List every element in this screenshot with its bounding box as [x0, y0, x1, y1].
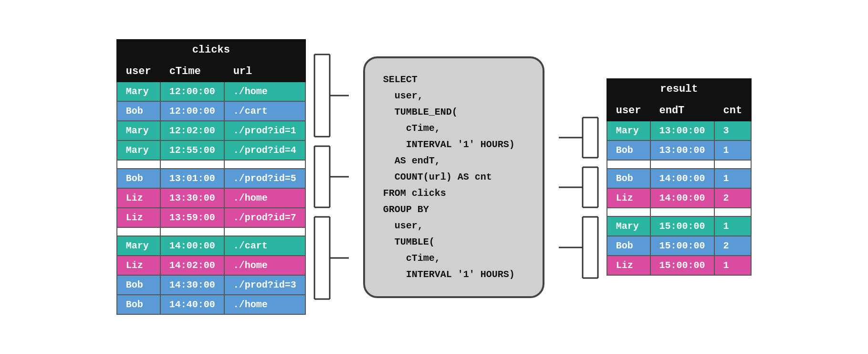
table-row: Liz14:00:002: [607, 188, 751, 208]
cell-user: Bob: [117, 169, 160, 188]
cell-cTime: 12:00:00: [160, 101, 224, 121]
table-row: Mary12:55:00./prod?id=4: [117, 140, 305, 160]
table-row: Bob15:00:002: [607, 236, 751, 256]
cell-user: Liz: [607, 256, 650, 275]
cell-url: ./cart: [224, 101, 305, 121]
col-header-user: user: [117, 61, 160, 82]
cell-cnt: 1: [714, 140, 752, 160]
col-header-cTime: cTime: [160, 61, 224, 82]
cell-user: Liz: [117, 256, 160, 275]
table-row: Mary13:00:003: [607, 121, 751, 140]
clicks-table: usercTimeurlMary12:00:00./homeBob12:00:0…: [116, 61, 306, 315]
cell-url: ./home: [224, 256, 305, 275]
cell-url: ./prod?id=1: [224, 121, 305, 140]
cell-url: ./prod?id=7: [224, 208, 305, 227]
cell-url: ./cart: [224, 236, 305, 256]
cell-user: Mary: [117, 236, 160, 256]
table-row: Liz14:02:00./home: [117, 256, 305, 275]
cell-user: Mary: [607, 216, 650, 236]
table-row: Mary14:00:00./cart: [117, 236, 305, 256]
cell-user: Mary: [607, 121, 650, 140]
table-row: Bob14:30:00./prod?id=3: [117, 275, 305, 295]
table-row: Bob13:00:001: [607, 140, 751, 160]
result-table: userendTcntMary13:00:003Bob13:00:001Bob1…: [607, 100, 752, 276]
left-table-wrapper: clicksusercTimeurlMary12:00:00./homeBob1…: [116, 39, 306, 315]
cell-endT: 15:00:00: [650, 256, 714, 275]
col-header-endT: endT: [650, 100, 714, 121]
cell-cTime: 13:59:00: [160, 208, 224, 227]
cell-user: Mary: [117, 82, 160, 101]
right-brackets: [559, 75, 602, 279]
right-table-wrapper: resultuserendTcntMary13:00:003Bob13:00:0…: [607, 78, 752, 276]
cell-cTime: 13:30:00: [160, 188, 224, 208]
cell-cnt: 1: [714, 256, 752, 275]
table-row: Bob12:00:00./cart: [117, 101, 305, 121]
table-row: Mary12:02:00./prod?id=1: [117, 121, 305, 140]
cell-user: Bob: [607, 236, 650, 256]
table-row: Liz13:59:00./prod?id=7: [117, 208, 305, 227]
cell-endT: 14:00:00: [650, 188, 714, 208]
cell-user: Liz: [117, 188, 160, 208]
table-row: Bob13:01:00./prod?id=5: [117, 169, 305, 188]
table-row: Bob14:40:00./home: [117, 295, 305, 314]
cell-cTime: 14:40:00: [160, 295, 224, 314]
cell-cnt: 2: [714, 188, 752, 208]
cell-user: Bob: [117, 101, 160, 121]
cell-user: Liz: [607, 188, 650, 208]
cell-url: ./prod?id=5: [224, 169, 305, 188]
cell-user: Bob: [607, 169, 650, 188]
cell-url: ./home: [224, 188, 305, 208]
cell-user: Liz: [117, 208, 160, 227]
left-bracket-svg: [311, 12, 349, 342]
cell-cTime: 12:55:00: [160, 140, 224, 160]
left-table-title: clicks: [116, 39, 306, 61]
cell-endT: 14:00:00: [650, 169, 714, 188]
cell-cnt: 3: [714, 121, 752, 140]
table-row: Mary15:00:001: [607, 216, 751, 236]
cell-cTime: 14:02:00: [160, 256, 224, 275]
cell-user: Bob: [117, 295, 160, 314]
col-header-cnt: cnt: [714, 100, 752, 121]
right-bracket-svg: [559, 75, 602, 279]
col-header-url: url: [224, 61, 305, 82]
cell-cnt: 2: [714, 236, 752, 256]
cell-cTime: 12:00:00: [160, 82, 224, 101]
table-row: Bob14:00:001: [607, 169, 751, 188]
cell-endT: 13:00:00: [650, 140, 714, 160]
cell-cTime: 14:30:00: [160, 275, 224, 295]
right-table-title: result: [607, 78, 752, 100]
cell-endT: 15:00:00: [650, 236, 714, 256]
left-brackets: [311, 12, 349, 342]
cell-endT: 15:00:00: [650, 216, 714, 236]
cell-user: Mary: [117, 121, 160, 140]
cell-url: ./home: [224, 295, 305, 314]
table-row: Liz13:30:00./home: [117, 188, 305, 208]
sql-box: SELECT user, TUMBLE_END( cTime, INTERVAL…: [363, 56, 544, 298]
cell-url: ./prod?id=4: [224, 140, 305, 160]
cell-url: ./prod?id=3: [224, 275, 305, 295]
cell-user: Mary: [117, 140, 160, 160]
table-row: Mary12:00:00./home: [117, 82, 305, 101]
cell-cnt: 1: [714, 216, 752, 236]
table-row: Liz15:00:001: [607, 256, 751, 275]
cell-cTime: 14:00:00: [160, 236, 224, 256]
cell-endT: 13:00:00: [650, 121, 714, 140]
cell-user: Bob: [117, 275, 160, 295]
cell-cTime: 12:02:00: [160, 121, 224, 140]
cell-url: ./home: [224, 82, 305, 101]
cell-cTime: 13:01:00: [160, 169, 224, 188]
col-header-user: user: [607, 100, 650, 121]
cell-cnt: 1: [714, 169, 752, 188]
cell-user: Bob: [607, 140, 650, 160]
